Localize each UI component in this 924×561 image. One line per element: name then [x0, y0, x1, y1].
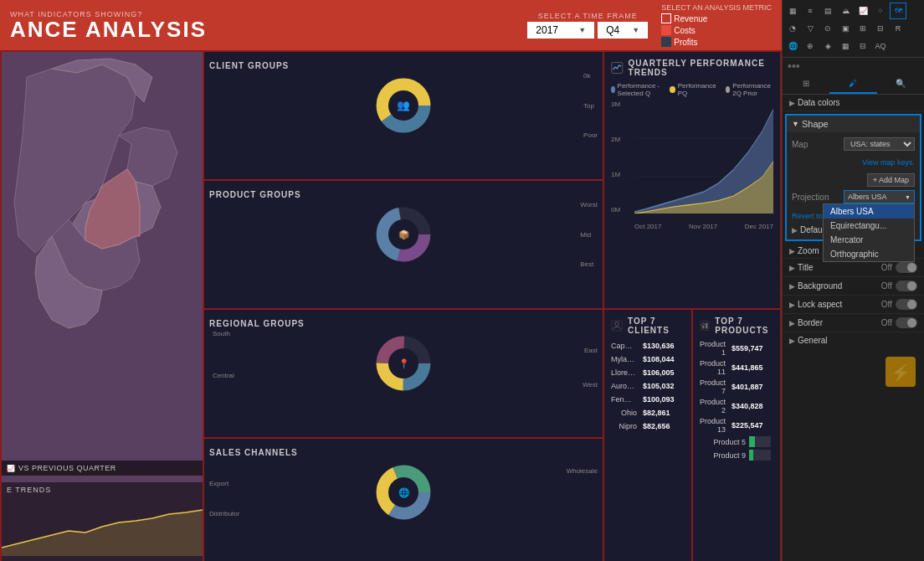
clients-list: Capweld $130,636 Mylan C... $108,044: [611, 340, 685, 431]
lock-aspect-toggle-btn[interactable]: ▶ Lock aspect: [789, 300, 842, 309]
legend-label-0: Performance - Selected Q: [618, 82, 662, 97]
proj-chevron: ▼: [905, 194, 911, 200]
product-donut-svg: 📦: [366, 204, 441, 265]
background-off-label: Off: [881, 281, 892, 291]
year-select[interactable]: 2017 ▼: [527, 22, 594, 39]
icon-waterfall[interactable]: ⊟: [855, 38, 871, 54]
map-select[interactable]: USA: states: [844, 137, 915, 151]
icon-scatter[interactable]: ⁘: [872, 3, 889, 19]
client-row-4: Fenwal, ... $100,093: [611, 394, 685, 404]
cg-label-top: Top: [583, 102, 598, 110]
map-svg: [2, 52, 203, 387]
icon-gauge[interactable]: ⊙: [819, 20, 836, 37]
product-value-0: $559,747: [732, 344, 773, 353]
client-row-5: Ohio $82,861: [611, 407, 685, 418]
border-chevron: ▶: [789, 319, 795, 327]
lock-aspect-toggle[interactable]: [896, 299, 917, 310]
projection-dropdown-wrap: Albers USA ▼ Albers USA Equirectangu... …: [844, 190, 915, 203]
title-toggle-btn[interactable]: ▶ Title: [789, 263, 814, 272]
background-toggle-btn[interactable]: ▶ Background: [789, 281, 842, 291]
legend-item-2: Performance 2Q Prior: [726, 82, 773, 97]
sales-channels-title: SALES CHANNELS: [209, 448, 298, 457]
general-label: General: [798, 336, 828, 345]
border-toggle-knob: [907, 318, 916, 327]
icon-extra2[interactable]: ◈: [819, 38, 836, 54]
icon-line-chart[interactable]: 📈: [855, 3, 871, 19]
default-c-chevron: ▶: [792, 226, 798, 234]
border-toggle-btn[interactable]: ▶ Border: [789, 318, 823, 327]
product-row-4: Product 13 $225,547: [700, 417, 773, 434]
proj-option-equi[interactable]: Equirectangu...: [824, 219, 914, 233]
sales-donut-svg: 🌐: [366, 462, 441, 522]
view-map-keys-link[interactable]: View map keys.: [862, 158, 915, 167]
mini-chart-area: E TRENDS: [2, 482, 203, 561]
sales-channels-panel: SALES CHANNELS 🌐 Export: [204, 439, 603, 561]
icon-area-chart[interactable]: ⛰: [837, 3, 854, 19]
tab-format[interactable]: 🖌: [829, 75, 876, 94]
tab-analytics[interactable]: 🔍: [877, 75, 924, 94]
revenue-option[interactable]: Revenue: [661, 13, 707, 23]
add-map-btn[interactable]: + Add Map: [867, 173, 915, 187]
projection-select-btn[interactable]: Albers USA ▼: [844, 190, 915, 203]
product-groups-chart: 📦 Worst Mid Best: [209, 201, 598, 268]
zoom-chevron: ▶: [789, 247, 795, 255]
rg-label-south: South: [213, 330, 234, 337]
svg-text:⚡: ⚡: [891, 363, 911, 383]
data-colors-section[interactable]: ▶ Data colors: [783, 95, 924, 111]
icon-funnel[interactable]: ▽: [802, 20, 819, 37]
more-icons-btn[interactable]: •••: [783, 58, 924, 75]
proj-option-mercator[interactable]: Mercator: [824, 233, 914, 247]
icon-treemap[interactable]: ▦: [837, 38, 854, 54]
y-label-0m: 0M: [611, 206, 634, 214]
border-toggle[interactable]: [896, 317, 917, 328]
general-section[interactable]: ▶ General: [783, 332, 924, 348]
proj-option-albers[interactable]: Albers USA: [824, 204, 914, 219]
svg-text:📦: 📦: [398, 229, 410, 240]
background-toggle[interactable]: [896, 280, 917, 291]
icon-extra1[interactable]: ⊕: [802, 38, 819, 54]
x-label-oct: Oct 2017: [634, 223, 661, 230]
icon-matrix[interactable]: ⊟: [872, 20, 889, 37]
icon-pie[interactable]: ◔: [784, 20, 801, 37]
shape-label: Shape: [802, 119, 829, 129]
product-name-2: Product 7: [700, 378, 726, 395]
icon-globe[interactable]: 🌐: [784, 38, 801, 54]
icon-bar-chart[interactable]: ▦: [784, 3, 801, 19]
costs-option[interactable]: Costs: [661, 25, 696, 35]
costs-checkbox: [661, 25, 671, 35]
product-name-5: Product 5: [700, 438, 746, 446]
quarter-select[interactable]: Q4 ▼: [598, 22, 648, 39]
product-row-1: Product 11 $441,865: [700, 359, 773, 376]
client-name-6: Nipro: [611, 422, 637, 430]
shape-section-header[interactable]: ▼ Shape: [787, 116, 920, 132]
product-bar-6: [749, 450, 753, 461]
shape-chevron: ▼: [792, 120, 799, 128]
svg-text:👥: 👥: [397, 99, 410, 112]
panel-content: ▶ Data colors ▼ Shape Map USA: states: [783, 95, 924, 561]
year-chevron: ▼: [578, 26, 586, 34]
proj-option-ortho[interactable]: Orthographic: [824, 247, 914, 261]
icon-bar-horizontal[interactable]: ≡: [802, 3, 819, 19]
data-colors-label: Data colors: [798, 98, 840, 107]
profits-option[interactable]: Profits: [661, 37, 697, 47]
icon-map[interactable]: 🗺: [890, 3, 906, 19]
svg-point-27: [615, 322, 619, 326]
legend-dot-2: [726, 86, 730, 93]
quarterly-title: QUARTERLY PERFORMANCE TRENDS: [629, 59, 773, 77]
analysis-label: SELECT AN ANALYSIS METRIC: [661, 3, 772, 12]
dashboard-title: ANCE ANALYSIS: [10, 18, 207, 40]
client-row-0: Capweld $130,636: [611, 340, 685, 351]
client-value-3: $105,032: [643, 382, 685, 390]
quarterly-panel: QUARTERLY PERFORMANCE TRENDS Performance…: [604, 52, 780, 308]
icon-bar-stacked[interactable]: ▤: [819, 3, 836, 19]
icon-table[interactable]: ⊞: [855, 20, 871, 37]
icon-r-visual[interactable]: R: [890, 20, 906, 37]
tab-fields[interactable]: ⊞: [783, 75, 829, 94]
icon-card[interactable]: ▣: [837, 20, 854, 37]
title-toggle[interactable]: [896, 262, 917, 273]
client-name-0: Capweld: [611, 342, 637, 350]
border-toggle-wrap: Off: [881, 317, 917, 328]
e-trends-label: E TRENDS: [2, 482, 203, 497]
cg-label-poor: Poor: [583, 131, 598, 139]
icon-aq[interactable]: AQ: [872, 38, 889, 54]
